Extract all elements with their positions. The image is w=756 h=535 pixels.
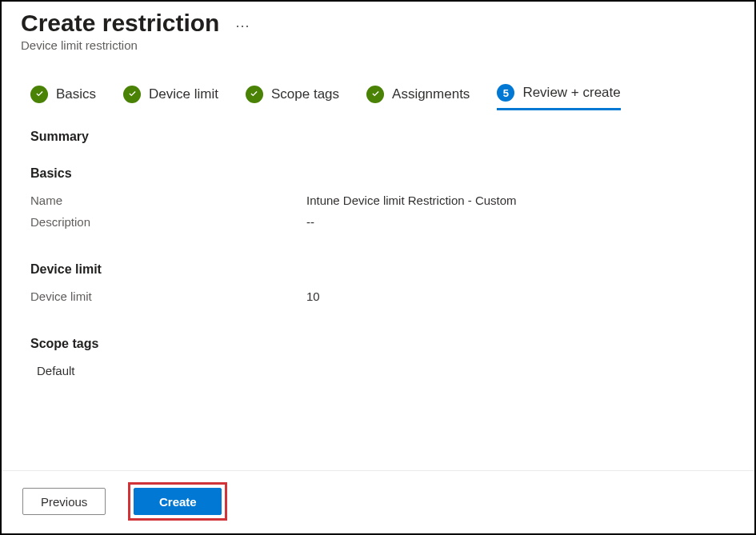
- create-button-highlight: Create: [128, 482, 227, 521]
- previous-button[interactable]: Previous: [22, 488, 106, 515]
- check-icon: [246, 86, 263, 103]
- section-heading-basics: Basics: [30, 166, 726, 181]
- step-assignments[interactable]: Assignments: [366, 86, 470, 110]
- step-scope-tags[interactable]: Scope tags: [246, 86, 339, 110]
- step-label: Scope tags: [271, 86, 339, 102]
- step-label: Assignments: [392, 86, 470, 102]
- step-review-create[interactable]: 5 Review + create: [497, 84, 620, 110]
- section-heading-device-limit: Device limit: [30, 262, 726, 277]
- kv-row: Name Intune Device limit Restriction - C…: [30, 194, 726, 207]
- summary-heading: Summary: [30, 130, 726, 144]
- kv-row: Device limit 10: [30, 289, 726, 303]
- kv-value-device-limit: 10: [306, 289, 320, 303]
- kv-value-description: --: [306, 215, 314, 229]
- more-horizontal-icon[interactable]: ⋯: [235, 12, 250, 34]
- create-button[interactable]: Create: [134, 488, 222, 515]
- check-icon: [30, 86, 48, 103]
- kv-label-description: Description: [30, 215, 306, 229]
- check-icon: [366, 86, 384, 103]
- step-label: Device limit: [149, 86, 218, 102]
- step-label: Basics: [56, 86, 96, 102]
- kv-label-device-limit: Device limit: [30, 289, 306, 303]
- page-subtitle: Device limit restriction: [21, 38, 735, 52]
- section-heading-scope-tags: Scope tags: [30, 337, 726, 351]
- step-number-badge: 5: [497, 84, 514, 102]
- step-label: Review + create: [522, 85, 620, 101]
- check-icon: [123, 86, 141, 103]
- summary-content: Summary Basics Name Intune Device limit …: [2, 115, 754, 377]
- wizard-footer: Previous Create: [2, 470, 754, 533]
- scope-tag-item: Default: [30, 364, 726, 377]
- step-device-limit[interactable]: Device limit: [123, 86, 218, 110]
- kv-value-name: Intune Device limit Restriction - Custom: [306, 194, 517, 207]
- wizard-steps: Basics Device limit Scope tags Assignmen…: [2, 52, 754, 115]
- kv-label-name: Name: [30, 194, 306, 207]
- kv-row: Description --: [30, 215, 726, 229]
- step-basics[interactable]: Basics: [30, 86, 96, 110]
- page-title: Create restriction: [21, 10, 219, 37]
